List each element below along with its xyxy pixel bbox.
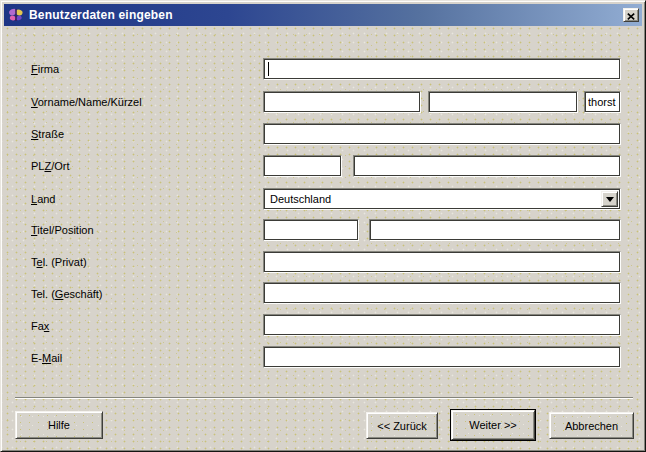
land-selected-value: Deutschland — [270, 193, 331, 205]
fax-input[interactable] — [263, 314, 621, 336]
help-button[interactable]: Hilfe — [15, 411, 103, 439]
email-label: E-Mail — [31, 352, 62, 365]
cancel-button[interactable]: Abbrechen — [549, 412, 634, 439]
land-label: Land — [31, 193, 55, 206]
text-caret — [268, 62, 269, 76]
titel-position-label: Titel/Position — [31, 224, 94, 237]
fax-label: Fax — [31, 320, 49, 333]
ort-input[interactable] — [353, 155, 621, 177]
tel-privat-input[interactable] — [263, 251, 621, 273]
position-input[interactable] — [369, 219, 621, 241]
tel-privat-label: Tel. (Privat) — [31, 256, 87, 269]
chevron-down-icon — [606, 197, 614, 202]
titel-input[interactable] — [263, 219, 359, 241]
user-data-dialog: Benutzerdaten eingeben Firma Vorname/Nam… — [0, 0, 646, 452]
tel-geschaeft-label: Tel. (Geschäft) — [31, 288, 103, 301]
vorname-name-kuerzel-label: Vorname/Name/Kürzel — [31, 96, 142, 109]
firma-label: Firma — [31, 63, 59, 76]
plz-ort-label: PLZ/Ort — [31, 160, 70, 173]
name-input[interactable] — [428, 91, 578, 113]
close-button[interactable] — [623, 8, 639, 22]
land-combobox[interactable]: Deutschland — [263, 188, 621, 210]
strasse-label: Straße — [31, 128, 64, 141]
email-input[interactable] — [263, 346, 621, 368]
strasse-input[interactable] — [263, 123, 621, 145]
kuerzel-input[interactable] — [584, 91, 621, 113]
window-title: Benutzerdaten eingeben — [29, 8, 173, 22]
next-button[interactable]: Weiter >> — [451, 410, 535, 440]
titlebar[interactable]: Benutzerdaten eingeben — [4, 4, 642, 26]
back-button[interactable]: << Zurück — [366, 412, 438, 439]
button-area-divider — [15, 397, 633, 399]
close-icon — [627, 8, 635, 23]
tel-geschaeft-input[interactable] — [263, 282, 621, 304]
butterfly-app-icon — [8, 7, 24, 23]
vorname-input[interactable] — [263, 91, 421, 113]
plz-input[interactable] — [263, 155, 342, 177]
land-dropdown-button[interactable] — [601, 191, 618, 207]
firma-input[interactable] — [263, 58, 621, 80]
